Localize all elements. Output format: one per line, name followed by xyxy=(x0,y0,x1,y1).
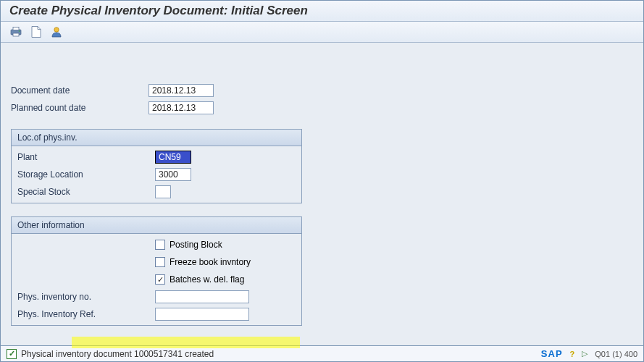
status-right: SAP ? ▷ Q01 (1) 400 xyxy=(541,348,637,359)
success-icon: ✓ xyxy=(7,349,17,359)
plant-input[interactable] xyxy=(155,151,191,164)
special-stock-label: Special Stock xyxy=(17,187,155,197)
new-document-icon[interactable] xyxy=(30,25,43,38)
document-date-input[interactable] xyxy=(149,84,214,97)
phys-inv-ref-input[interactable] xyxy=(155,308,249,321)
svg-rect-2 xyxy=(13,33,19,36)
posting-block-label: Posting Block xyxy=(170,240,222,250)
toolbar xyxy=(1,22,643,43)
run-icon[interactable]: ▷ xyxy=(582,349,587,358)
special-stock-input[interactable] xyxy=(155,185,171,198)
sap-logo: SAP xyxy=(541,348,563,359)
posting-block-row: Posting Block xyxy=(17,236,296,253)
storage-location-input[interactable] xyxy=(155,168,191,181)
system-indicator: Q01 (1) 400 xyxy=(595,350,637,358)
document-date-label: Document date xyxy=(11,85,149,96)
phys-inv-no-row: Phys. inventory no. xyxy=(17,288,296,306)
freeze-book-checkbox[interactable] xyxy=(155,257,165,267)
svg-point-4 xyxy=(54,28,59,32)
location-group-title: Loc.of phys.inv. xyxy=(12,130,301,146)
title-bar: Create Physical Inventory Document: Init… xyxy=(1,1,643,22)
status-left: ✓ Physical inventory document 1000517341… xyxy=(7,349,214,359)
svg-rect-1 xyxy=(13,28,19,30)
plant-label: Plant xyxy=(17,152,155,162)
other-info-groupbox: Other information Posting Block Freeze b… xyxy=(11,216,302,326)
freeze-book-label: Freeze book invntory xyxy=(170,257,251,267)
content-area: Document date Planned count date Loc.of … xyxy=(1,43,643,326)
other-info-title: Other information xyxy=(12,217,301,234)
storage-location-label: Storage Location xyxy=(17,169,155,180)
app-window: Create Physical Inventory Document: Init… xyxy=(0,0,644,362)
plant-row: Plant xyxy=(17,148,296,166)
status-message: Physical inventory document 1000517341 c… xyxy=(21,349,214,359)
user-icon[interactable] xyxy=(50,25,63,38)
batches-del-label: Batches w. del. flag xyxy=(170,274,244,285)
phys-inv-no-input[interactable] xyxy=(155,290,249,303)
phys-inv-ref-label: Phys. Inventory Ref. xyxy=(17,309,155,319)
phys-inv-no-label: Phys. inventory no. xyxy=(17,292,155,302)
batches-del-checkbox[interactable] xyxy=(155,274,165,285)
location-groupbox: Loc.of phys.inv. Plant Storage Location … xyxy=(11,129,302,203)
planned-count-date-row: Planned count date xyxy=(11,100,633,116)
freeze-book-row: Freeze book invntory xyxy=(17,253,296,271)
storage-location-row: Storage Location xyxy=(17,166,296,183)
status-bar: ✓ Physical inventory document 1000517341… xyxy=(1,345,643,361)
planned-count-date-label: Planned count date xyxy=(11,103,149,113)
svg-point-3 xyxy=(19,30,20,32)
batches-del-row: Batches w. del. flag xyxy=(17,271,296,288)
special-stock-row: Special Stock xyxy=(17,183,296,201)
help-icon[interactable]: ? xyxy=(570,350,575,358)
phys-inv-ref-row: Phys. Inventory Ref. xyxy=(17,306,296,323)
posting-block-checkbox[interactable] xyxy=(155,240,165,250)
planned-count-date-input[interactable] xyxy=(149,101,214,114)
print-icon[interactable] xyxy=(9,25,22,38)
document-date-row: Document date xyxy=(11,83,633,98)
page-title: Create Physical Inventory Document: Init… xyxy=(9,4,308,18)
